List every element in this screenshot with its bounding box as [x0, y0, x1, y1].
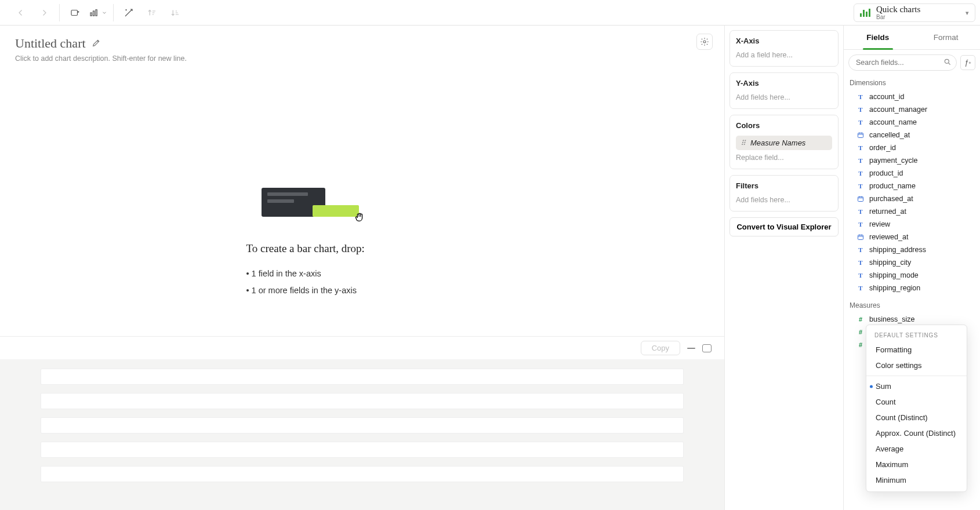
chart-description[interactable]: Click to add chart description. Shift-en… [15, 54, 709, 63]
text-type-icon: T [856, 284, 865, 292]
quick-charts-selector[interactable]: Quick charts Bar ▾ [854, 3, 975, 22]
canvas-footer: Copy [0, 336, 724, 359]
field-item[interactable]: Torder_id [844, 141, 980, 154]
field-item[interactable]: Taccount_manager [844, 103, 980, 116]
field-label: account_name [869, 118, 917, 126]
measure-names-pill[interactable]: ⠿ Measure Names [736, 136, 832, 150]
back-button[interactable] [12, 3, 30, 22]
filters-dropzone[interactable]: Filters Add fields here... [729, 175, 839, 212]
context-menu-item[interactable]: Sum [866, 378, 967, 394]
field-label: shipping_city [869, 258, 911, 267]
dimensions-header: Dimensions [844, 75, 980, 90]
context-menu-item[interactable]: Formatting [866, 342, 967, 358]
table-row[interactable] [41, 393, 684, 409]
number-type-icon: # [856, 328, 865, 336]
context-menu-item[interactable]: Minimum [866, 472, 967, 488]
measure-context-menu: DEFAULT SETTINGS FormattingColor setting… [866, 325, 967, 492]
text-type-icon: T [856, 246, 865, 254]
field-item[interactable]: #business_size [844, 313, 980, 326]
text-type-icon: T [856, 105, 865, 114]
forward-button[interactable] [35, 3, 53, 22]
text-type-icon: T [856, 93, 865, 101]
chart-title[interactable]: Untitled chart [15, 36, 86, 51]
field-item[interactable]: Tproduct_id [844, 167, 980, 180]
empty-bullet: • 1 or more fields in the y-axis [246, 282, 478, 299]
tab-format[interactable]: Format [912, 26, 981, 49]
expand-icon[interactable] [702, 344, 712, 352]
text-type-icon: T [856, 220, 865, 228]
context-menu-item[interactable]: Count [866, 394, 967, 410]
field-item[interactable]: Tshipping_region [844, 282, 980, 294]
field-item[interactable]: purchased_at [844, 192, 980, 205]
svg-rect-6 [858, 133, 863, 138]
context-menu-header: DEFAULT SETTINGS [866, 329, 967, 342]
context-menu-item[interactable]: Maximum [866, 457, 967, 472]
yaxis-dropzone[interactable]: Y-Axis Add fields here... [729, 72, 839, 109]
field-item[interactable]: Taccount_name [844, 116, 980, 129]
date-type-icon [856, 233, 865, 241]
collapse-icon[interactable] [687, 348, 695, 349]
field-item[interactable]: Taccount_id [844, 90, 980, 103]
top-toolbar [0, 0, 980, 26]
field-label: review [869, 220, 890, 228]
search-fields-input[interactable] [849, 59, 956, 67]
field-item[interactable]: Treturned_at [844, 205, 980, 218]
field-item[interactable]: reviewed_at [844, 231, 980, 243]
context-menu-item[interactable]: Color settings [866, 358, 967, 373]
table-row[interactable] [41, 466, 684, 482]
measures-header: Measures [844, 298, 980, 313]
search-icon [943, 58, 952, 68]
empty-state-illustration [262, 188, 360, 221]
table-row[interactable] [41, 442, 684, 458]
zone-title: Colors [736, 121, 832, 130]
text-type-icon: T [856, 169, 865, 177]
field-item[interactable]: Tshipping_address [844, 243, 980, 256]
sort-asc-button[interactable] [143, 3, 161, 22]
copy-button[interactable]: Copy [641, 341, 680, 355]
colors-dropzone[interactable]: Colors ⠿ Measure Names Replace field... [729, 115, 839, 169]
context-menu-item[interactable]: Count (Distinct) [866, 410, 967, 425]
field-item[interactable]: Treview [844, 218, 980, 231]
add-field-button[interactable] [119, 3, 138, 22]
field-item[interactable]: cancelled_at [844, 129, 980, 141]
field-item[interactable]: Tshipping_city [844, 256, 980, 269]
text-type-icon: T [856, 258, 865, 267]
svg-rect-1 [90, 13, 92, 16]
table-row[interactable] [41, 369, 684, 385]
add-calculated-field-button[interactable]: ƒ+ [960, 55, 975, 70]
dropzone-panel: X-Axis Add a field here... Y-Axis Add fi… [725, 26, 844, 510]
chevron-down-icon: ▾ [966, 9, 969, 17]
zone-placeholder: Replace field... [736, 154, 832, 162]
chart-settings-button[interactable] [696, 34, 713, 50]
xaxis-dropzone[interactable]: X-Axis Add a field here... [729, 30, 839, 67]
add-panel-button[interactable] [66, 3, 84, 22]
svg-rect-3 [96, 9, 97, 16]
quick-charts-title: Quick charts [876, 5, 966, 14]
chart-type-dropdown[interactable] [89, 3, 107, 22]
field-item[interactable]: Tproduct_name [844, 180, 980, 192]
text-type-icon: T [856, 156, 865, 165]
empty-state: To create a bar chart, drop: • 1 field i… [246, 188, 478, 299]
convert-to-visual-explorer-button[interactable]: Convert to Visual Explorer [729, 217, 839, 236]
dimensions-list: Taccount_idTaccount_managerTaccount_name… [844, 90, 980, 298]
svg-rect-7 [858, 197, 863, 202]
pill-label: Measure Names [750, 139, 805, 147]
zone-title: Y-Axis [736, 79, 832, 88]
table-row[interactable] [41, 417, 684, 434]
context-menu-item[interactable]: Approx. Count (Distinct) [866, 425, 967, 441]
field-item[interactable]: Tpayment_cycle [844, 154, 980, 167]
field-label: shipping_region [869, 284, 920, 292]
field-label: account_manager [869, 105, 927, 114]
field-label: product_id [869, 169, 903, 177]
tab-fields[interactable]: Fields [844, 26, 912, 49]
sort-desc-button[interactable] [166, 3, 184, 22]
zone-placeholder: Add a field here... [736, 51, 832, 59]
context-menu-item[interactable]: Average [866, 441, 967, 457]
quick-charts-subtitle: Bar [876, 14, 966, 20]
data-grid-area [0, 359, 724, 510]
drag-handle-icon: ⠿ [741, 139, 746, 147]
edit-title-icon[interactable] [92, 38, 101, 49]
field-item[interactable]: Tshipping_mode [844, 269, 980, 282]
text-type-icon: T [856, 118, 865, 126]
svg-rect-8 [858, 235, 863, 240]
